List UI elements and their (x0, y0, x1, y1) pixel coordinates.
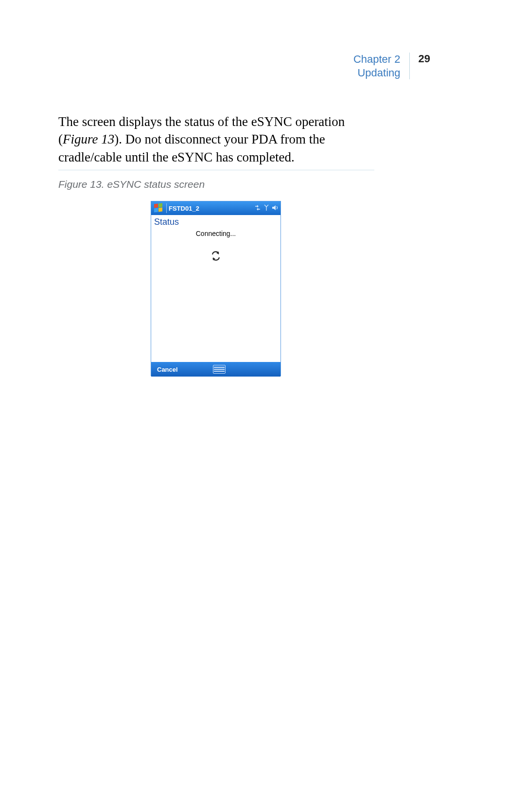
svg-marker-0 (272, 205, 276, 210)
status-heading: Status (154, 217, 179, 227)
keyboard-icon[interactable] (213, 365, 226, 374)
pda-app-title: FSTD01_2 (169, 205, 254, 212)
signal-icon[interactable] (264, 204, 269, 212)
sync-icon (210, 250, 222, 262)
page-header: Chapter 2 Updating 29 (353, 53, 430, 79)
status-text: Connecting... (151, 230, 280, 237)
divider (58, 170, 374, 170)
titlebar-icons (254, 204, 279, 212)
speaker-icon[interactable] (272, 205, 279, 212)
figure-reference: Figure 13 (63, 132, 114, 146)
pda-titlebar: FSTD01_2 (151, 201, 280, 215)
pda-bottombar: Cancel (151, 362, 280, 377)
page-number: 29 (410, 53, 430, 65)
connectivity-icon[interactable] (254, 205, 261, 212)
figure-caption: Figure 13. eSYNC status screen (58, 179, 205, 190)
cancel-button[interactable]: Cancel (151, 366, 178, 373)
pda-screenshot: FSTD01_2 Status Connecting... (151, 201, 281, 376)
windows-flag-icon[interactable] (153, 203, 163, 213)
chapter-line2: Updating (353, 66, 401, 80)
chapter-label: Chapter 2 Updating (353, 53, 410, 79)
chapter-line1: Chapter 2 (353, 53, 401, 66)
body-paragraph: The screen displays the status of the eS… (58, 113, 384, 166)
pda-content: Status Connecting... (151, 215, 280, 362)
titlebar-divider (166, 203, 167, 213)
